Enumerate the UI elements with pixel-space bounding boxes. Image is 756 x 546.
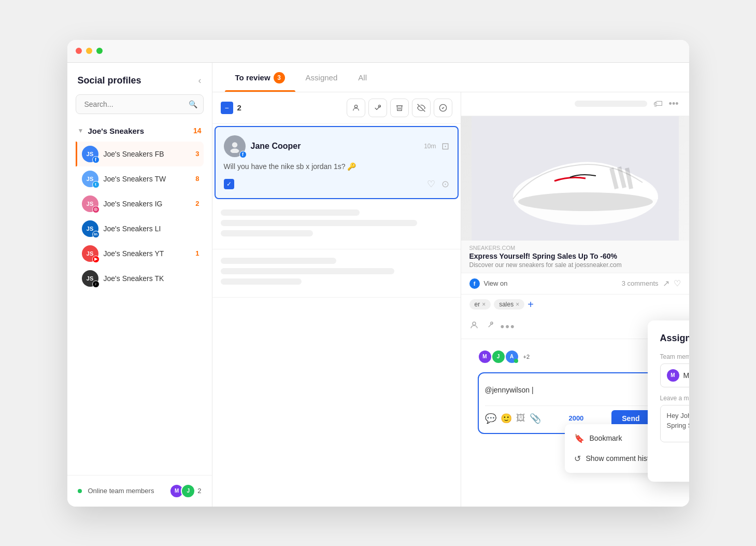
team-member-select[interactable]: M Marcus Bradley ▾ [660, 363, 689, 387]
reply-input[interactable] [485, 380, 665, 400]
toolbar-actions [347, 99, 452, 117]
emoji-icon[interactable]: 🙂 [501, 413, 512, 424]
more-dots-icon[interactable]: ••• [501, 320, 516, 333]
card-menu-icon[interactable]: ⊡ [441, 141, 449, 152]
main-content: To review 3 Assigned All − 2 [212, 63, 689, 507]
reply-avatar-3: A [505, 349, 519, 364]
fb-badge-icon: f [92, 156, 99, 163]
tab-assigned[interactable]: Assigned [295, 64, 348, 90]
profile-name-yt: Joe's Sneakers YT [104, 249, 191, 258]
profile-name-tw: Joe's Sneakers TW [104, 175, 191, 183]
card-actions-1: ♡ ⊙ [427, 178, 449, 190]
assign-icon-button[interactable] [347, 99, 365, 117]
avatar-tw: JS t [82, 171, 98, 187]
tag-icon-button[interactable] [368, 99, 387, 117]
chevron-down-icon: ▼ [78, 127, 84, 134]
group-badge: 14 [193, 127, 202, 135]
tab-to-review[interactable]: To review 3 [225, 63, 295, 92]
like-icon[interactable]: ♡ [427, 178, 435, 190]
post-ad-bar: SNEAKERS.COM Express Yourself! Spring Sa… [461, 241, 689, 273]
profile-name-ig: Joe's Sneakers IG [104, 200, 191, 208]
svg-point-0 [354, 105, 357, 107]
sidebar-item-tw[interactable]: JS t Joe's Sneakers TW 8 [76, 166, 204, 191]
ignore-icon-button[interactable] [412, 99, 431, 117]
attachment-icon[interactable]: 📎 [530, 413, 541, 424]
collapse-button[interactable]: ‹ [198, 75, 202, 86]
close-button[interactable] [76, 48, 82, 54]
sidebar-item-li[interactable]: JS in Joe's Sneakers LI [76, 216, 204, 241]
history-icon: ↺ [574, 454, 581, 464]
title-bar [67, 40, 689, 63]
avatar-yt: JS ▶ [82, 245, 98, 262]
profile-count-fb: 3 [195, 150, 199, 158]
inbox-items: f Jane Cooper 10m ⊡ Will you have the ni… [212, 124, 461, 507]
online-indicator [514, 359, 518, 363]
maximize-button[interactable] [96, 48, 103, 54]
post-image [461, 116, 689, 241]
minimize-button[interactable] [86, 48, 92, 54]
profile-name-tk: Joe's Sneakers TK [104, 274, 199, 283]
comment-icon[interactable]: 💬 [485, 413, 496, 424]
group-name: Joe's Sneakers [88, 127, 189, 135]
profile-name-li: Joe's Sneakers LI [104, 225, 199, 233]
modal-actions: Cancel Assign [660, 453, 689, 469]
tag-icon[interactable]: 🏷 [653, 99, 663, 109]
reply-avatar-1: M [478, 349, 492, 364]
selected-member-avatar: M [667, 369, 679, 382]
avatar-tk: JS ♪ [82, 270, 98, 287]
search-icon: 🔍 [189, 100, 197, 108]
search-box: 🔍 [76, 94, 204, 114]
right-panel-header: 🏷 ••• [461, 92, 689, 116]
modal-title: Assign to [660, 333, 689, 344]
image-icon[interactable]: 🖼 [516, 413, 525, 424]
add-tag-button[interactable]: + [527, 299, 534, 311]
resolve-icon-button[interactable] [434, 99, 452, 117]
team-count: 2 [197, 487, 201, 495]
person-assign-icon[interactable] [469, 320, 479, 332]
char-count: 2000 [545, 414, 608, 422]
select-all-button[interactable]: − [221, 102, 233, 114]
sidebar-item-tk[interactable]: JS ♪ Joe's Sneakers TK [76, 266, 204, 291]
yt-badge-icon: ▶ [92, 256, 99, 263]
search-input[interactable] [76, 94, 204, 114]
more-icon[interactable]: ••• [669, 99, 679, 109]
selected-member-name: Marcus Bradley [683, 371, 689, 380]
post-ad-desc: Discover our new sneakers for sale at jo… [469, 261, 681, 269]
ig-badge-icon: ◎ [92, 206, 99, 213]
comments-count: 3 comments [622, 279, 659, 287]
header-placeholder [575, 101, 647, 107]
profile-count-yt: 1 [195, 249, 199, 257]
sidebar-item-fb[interactable]: JS f Joe's Sneakers FB 3 [76, 142, 204, 166]
profile-list: JS f Joe's Sneakers FB 3 JS t Joe's Snea… [76, 142, 204, 291]
sidebar-item-yt[interactable]: JS ▶ Joe's Sneakers YT 1 [76, 241, 204, 266]
post-meta: f View on 3 comments ↗ ♡ [461, 273, 689, 295]
tag-action-icon[interactable] [485, 320, 494, 332]
remove-tag-er[interactable]: × [482, 301, 486, 308]
inbox-list: − 2 [212, 92, 461, 507]
card-author-1: Jane Cooper [251, 142, 419, 151]
team-member-label: Team member [660, 353, 689, 360]
message-label: Leave a message (optional) [660, 395, 689, 402]
post-tags: er × sales × + [461, 295, 689, 315]
share-icon[interactable]: ↗ [663, 278, 669, 288]
menu-label-bookmark: Bookmark [590, 434, 622, 442]
content-area: − 2 [212, 92, 689, 507]
inbox-card-1[interactable]: f Jane Cooper 10m ⊡ Will you have the ni… [215, 126, 459, 199]
group-header[interactable]: ▼ Joe's Sneakers 14 [76, 122, 204, 139]
remove-tag-sales[interactable]: × [516, 301, 519, 308]
tw-badge-icon: t [92, 181, 99, 188]
sidebar-item-ig[interactable]: JS ◎ Joe's Sneakers IG 2 [76, 191, 204, 216]
tag-chip-er: er × [469, 299, 491, 310]
tab-all[interactable]: All [348, 64, 377, 90]
tab-badge-to-review: 3 [274, 72, 285, 83]
view-on-text[interactable]: View on [484, 279, 618, 287]
check-icon[interactable]: ⊙ [441, 178, 449, 190]
selected-count: 2 [237, 103, 343, 112]
heart-icon[interactable]: ♡ [674, 278, 681, 288]
assign-message-textarea[interactable]: Hey John, this customer has a question a… [660, 405, 689, 442]
delete-icon-button[interactable] [390, 99, 409, 117]
card-checkbox-1[interactable]: ✓ [224, 179, 234, 189]
tk-badge-icon: ♪ [92, 281, 99, 288]
app-window: Social profiles ‹ 🔍 ▼ Joe's Sneakers 14 [67, 40, 689, 507]
svg-point-8 [518, 192, 653, 211]
